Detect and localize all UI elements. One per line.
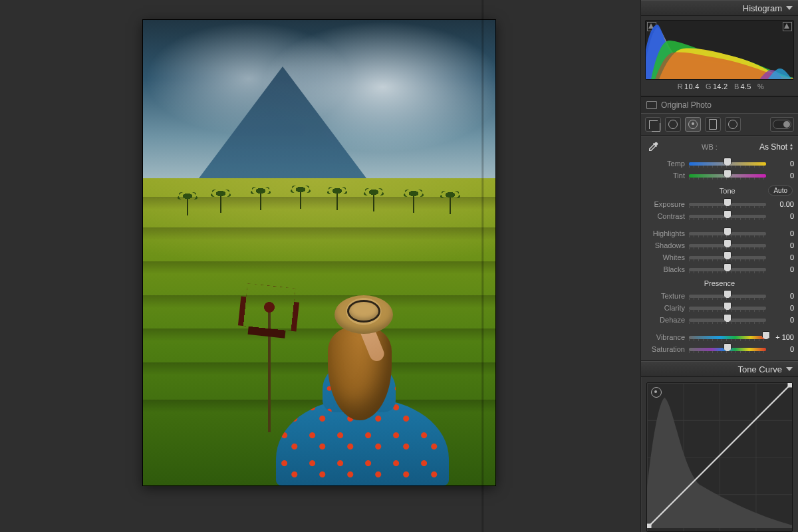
blacks-track[interactable] <box>689 265 766 273</box>
texture-track[interactable] <box>689 292 766 300</box>
wb-label: WB : <box>702 143 718 151</box>
crop-icon <box>649 120 658 129</box>
tone-title: Tone <box>720 187 735 195</box>
clarity-label: Clarity <box>645 304 685 312</box>
shadows-value: 0 <box>770 241 794 249</box>
saturation-value: 0 <box>770 345 794 353</box>
contrast-track[interactable] <box>689 212 766 220</box>
wb-preset-value: As Shot <box>759 142 787 152</box>
compare-icon <box>646 101 657 109</box>
spot-tool[interactable] <box>665 117 681 132</box>
develop-right-panel: Histogram R10.4 <box>640 0 798 532</box>
temp-label: Temp <box>645 160 685 168</box>
temp-track[interactable] <box>689 160 766 168</box>
clarity-slider[interactable]: Clarity0 <box>645 302 794 314</box>
circle-icon <box>668 120 678 129</box>
eye-icon <box>688 120 698 129</box>
whites-value: 0 <box>770 253 794 261</box>
exposure-track[interactable] <box>689 200 766 208</box>
shadows-track[interactable] <box>689 241 766 249</box>
blacks-label: Blacks <box>645 265 685 273</box>
clarity-track[interactable] <box>689 304 766 312</box>
tint-value: 0 <box>770 172 794 180</box>
dehaze-slider[interactable]: Dehaze0 <box>645 314 794 326</box>
image-canvas[interactable] <box>0 0 640 532</box>
texture-slider[interactable]: Texture0 <box>645 290 794 302</box>
local-adjust-toolstrip <box>641 113 798 136</box>
highlights-track[interactable] <box>689 229 766 237</box>
vibrance-label: Vibrance <box>645 333 685 341</box>
grad-tool[interactable] <box>705 117 721 132</box>
whites-slider[interactable]: Whites0 <box>645 251 794 263</box>
tonecurve-graph[interactable] <box>646 382 793 532</box>
dehaze-label: Dehaze <box>645 316 685 324</box>
vibrance-track[interactable] <box>689 333 766 341</box>
presence-title: Presence <box>704 279 735 287</box>
wb-eyedropper[interactable] <box>646 140 660 154</box>
redeye-tool[interactable] <box>685 117 701 132</box>
vibrance-value: + 100 <box>770 333 794 341</box>
gradient-icon <box>709 119 717 130</box>
original-photo-label: Original Photo <box>661 100 712 110</box>
temp-value: 0 <box>770 160 794 168</box>
histogram-panel: R10.4 G14.2 B4.5 % <box>641 16 798 96</box>
highlights-label: Highlights <box>645 229 685 237</box>
auto-button[interactable]: Auto <box>768 186 793 196</box>
svg-rect-2 <box>787 383 792 388</box>
highlights-slider[interactable]: Highlights0 <box>645 227 794 239</box>
whites-label: Whites <box>645 253 685 261</box>
wb-preset-dropdown[interactable]: As Shot ▴▾ <box>759 142 793 152</box>
histogram-title: Histogram <box>743 3 782 13</box>
exposure-slider[interactable]: Exposure0.00 <box>645 198 794 210</box>
blacks-slider[interactable]: Blacks0 <box>645 263 794 275</box>
original-photo-toggle[interactable]: Original Photo <box>641 96 798 113</box>
crop-tool[interactable] <box>645 117 661 132</box>
svg-rect-1 <box>647 523 652 528</box>
contrast-value: 0 <box>770 212 794 220</box>
histogram-header[interactable]: Histogram <box>641 0 798 16</box>
basic-panel: WB : As Shot ▴▾ Temp0Tint0 Tone Auto Exp… <box>641 136 798 361</box>
temp-slider[interactable]: Temp0 <box>645 158 794 170</box>
radial-icon <box>728 120 737 129</box>
rgb-readout: R10.4 G14.2 B4.5 % <box>645 80 794 92</box>
dehaze-track[interactable] <box>689 316 766 324</box>
tint-track[interactable] <box>689 172 766 180</box>
whites-track[interactable] <box>689 253 766 261</box>
blacks-value: 0 <box>770 265 794 273</box>
radial-tool[interactable] <box>725 117 741 132</box>
tonecurve-header[interactable]: Tone Curve <box>641 361 798 377</box>
contrast-label: Contrast <box>645 212 685 220</box>
preview-photo[interactable] <box>143 20 495 485</box>
exposure-label: Exposure <box>645 200 685 208</box>
texture-value: 0 <box>770 292 794 300</box>
texture-label: Texture <box>645 292 685 300</box>
tint-label: Tint <box>645 172 685 180</box>
saturation-label: Saturation <box>645 345 685 353</box>
switch-icon <box>773 120 791 129</box>
mask-switch[interactable] <box>770 117 794 132</box>
eyedropper-icon <box>647 141 659 153</box>
shadows-label: Shadows <box>645 241 685 249</box>
collapse-icon <box>786 6 793 10</box>
tonecurve-title: Tone Curve <box>738 364 782 374</box>
dehaze-value: 0 <box>770 316 794 324</box>
shadows-slider[interactable]: Shadows0 <box>645 239 794 251</box>
contrast-slider[interactable]: Contrast0 <box>645 210 794 222</box>
saturation-slider[interactable]: Saturation0 <box>645 343 794 355</box>
collapse-icon <box>786 367 793 371</box>
saturation-track[interactable] <box>689 345 766 353</box>
vibrance-slider[interactable]: Vibrance+ 100 <box>645 331 794 343</box>
updown-icon: ▴▾ <box>790 143 793 151</box>
exposure-value: 0.00 <box>770 200 794 208</box>
clarity-value: 0 <box>770 304 794 312</box>
highlights-value: 0 <box>770 229 794 237</box>
tint-slider[interactable]: Tint0 <box>645 170 794 182</box>
histogram-graph[interactable] <box>645 20 794 80</box>
